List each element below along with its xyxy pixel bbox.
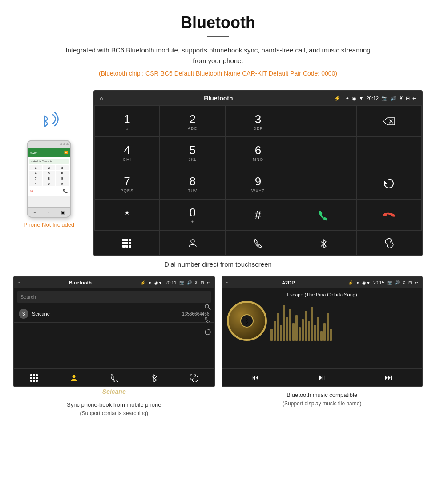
dial-key-8[interactable]: 8 TUV [160,168,225,199]
vis-bar-19 [327,313,329,341]
music-android-screen: ⌂ A2DP ⚡ ✦ ◉▼ 20:15 📷 🔊 ✗ ⊟ ↩ Escape (Th… [222,276,423,387]
dial-num-8: 8 [190,175,196,188]
phone-side-icon[interactable] [204,316,211,323]
phonebook-search-bar[interactable]: Search [17,291,211,303]
pb-nav-grid[interactable] [14,369,54,386]
dial-num-4: 4 [124,144,130,157]
call-accept-icon [316,208,331,222]
vis-bar-8 [292,323,295,341]
svg-rect-12 [129,245,131,248]
phone-dialpad: 1 2 3 4 5 6 7 8 9 * 0 # [29,165,69,186]
contact-initial: S [22,312,25,316]
volume-icon[interactable]: 🔊 [390,96,396,101]
search-side-icon[interactable] [204,304,211,311]
refresh-icon [383,177,395,190]
music-home-icon[interactable]: ⌂ [226,280,229,285]
bluetooth-icon [318,238,329,248]
play-pause-btn[interactable]: ⏯ [318,373,326,382]
svg-rect-4 [122,239,125,241]
nav-bluetooth-btn[interactable] [291,231,356,255]
music-screen-wrap: ⌂ A2DP ⚡ ✦ ◉▼ 20:15 📷 🔊 ✗ ⊟ ↩ Escape (Th… [222,276,423,417]
svg-rect-25 [36,380,38,382]
svg-rect-11 [125,245,128,248]
dial-key-0[interactable]: 0 + [160,199,225,230]
dial-refresh-btn[interactable] [356,168,422,199]
refresh-side-icon[interactable] [204,328,211,336]
home-icon[interactable]: ⌂ [100,95,103,101]
dial-key-2[interactable]: 2 ABC [160,106,225,137]
music-window-icon: ⊟ [408,280,412,285]
dial-key-3[interactable]: 3 DEF [225,106,291,137]
title-divider [207,36,229,37]
album-inner-circle: ᛒ [240,314,254,328]
phonebook-caption-main: Sync phone-book from mobile phone [13,400,215,409]
dial-sub-9: WXYZ [251,188,265,193]
nav-link-btn[interactable] [357,231,422,255]
dial-key-hash[interactable]: # [225,199,291,230]
vis-bar-6 [286,317,288,341]
phone-key-4: 4 [29,171,42,176]
music-album-art: ᛒ ♪ [227,301,267,341]
vis-bar-9 [295,315,298,341]
svg-rect-19 [36,374,38,376]
signal-icon: ▼ [359,96,364,101]
time-display: 20:12 [366,96,379,101]
vis-bar-5 [283,305,285,341]
pb-nav-link[interactable] [174,369,214,386]
nav-contacts-btn[interactable] [160,231,225,255]
vis-bar-18 [323,323,326,341]
phone-key-hash: # [56,181,69,186]
svg-text:ᛒ: ᛒ [42,115,50,128]
prev-track-btn[interactable]: ⏮ [251,373,259,382]
svg-rect-9 [129,242,131,244]
window-icon[interactable]: ⊟ [406,96,410,101]
phone-key-8: 8 [43,176,56,181]
backspace-icon [382,117,396,126]
phone-home-btn: ○ [48,210,50,215]
pb-home-icon[interactable]: ⌂ [18,280,20,285]
call-end-btn[interactable] [356,199,422,230]
svg-rect-5 [125,239,128,241]
pb-nav-call[interactable] [94,369,134,386]
dial-num-9: 9 [255,175,261,188]
pb-nav-person[interactable] [54,369,94,386]
music-caption-main: Bluetooth music compatible [222,391,423,400]
dial-key-6[interactable]: 6 MNO [225,137,291,168]
dial-key-1[interactable]: 1 ⌂ [94,106,160,137]
svg-rect-21 [33,377,35,379]
vis-bar-10 [299,327,301,341]
dial-key-4[interactable]: 4 GHI [94,137,160,168]
dial-key-star[interactable]: * [94,199,160,230]
dial-num-5: 5 [190,144,196,157]
svg-rect-6 [129,239,131,241]
pb-nav-bt[interactable] [134,369,174,386]
nav-call-btn[interactable] [226,231,291,255]
next-track-btn[interactable]: ⏭ [384,373,392,382]
dial-key-7[interactable]: 7 PQRS [94,168,160,199]
dial-backspace-btn[interactable] [356,106,422,137]
dial-key-9[interactable]: 9 WXYZ [225,168,291,199]
svg-point-14 [205,304,209,308]
dial-sub-3: DEF [253,126,262,131]
phonebook-status-bar: ⌂ Bluetooth ⚡ ✦ ◉▼ 20:11 📷 🔊 ✗ ⊟ ↩ [14,277,214,288]
contact-row[interactable]: S Seicane 13566664466 [14,305,214,323]
dial-key-5[interactable]: 5 JKL [160,137,225,168]
music-cam-icon: 📷 [387,280,392,285]
call-accept-btn[interactable] [291,199,356,230]
page-title: Bluetooth [9,13,427,32]
back-icon[interactable]: ↩ [412,96,416,101]
page-header: Bluetooth Integrated with BC6 Bluetooth … [0,0,436,90]
music-usb-icon: ⚡ [348,280,353,285]
bluetooth-specs: (Bluetooth chip : CSR BC6 Default Blueto… [9,70,427,77]
dial-num-0: 0 [190,206,196,220]
camera-icon[interactable]: 📷 [381,96,388,101]
close-icon[interactable]: ✗ [399,96,403,101]
nav-dialpad-btn[interactable] [94,231,160,255]
dial-sub-5: JKL [189,157,197,162]
dial-sub-7: PQRS [121,188,134,193]
phone-bottom-bar: ← ○ ▣ [28,207,70,217]
phone-dot-3 [66,143,69,145]
usb-icon: ⚡ [334,95,341,101]
vis-bar-4 [280,325,282,341]
dial-sub-8: TUV [188,188,197,193]
